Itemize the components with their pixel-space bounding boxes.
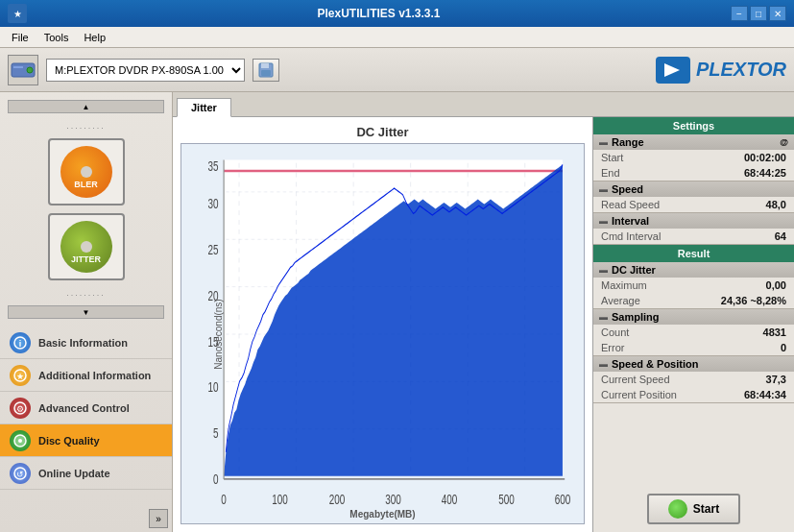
toolbar: M:PLEXTOR DVDR PX-890SA 1.00 PLEXTOR — [0, 48, 794, 92]
sidebar-bottom: » — [0, 505, 172, 532]
svg-marker-6 — [664, 63, 680, 77]
speed-header[interactable]: ▬ Speed — [593, 181, 794, 197]
interval-cmd-label: Cmd Interval — [601, 230, 661, 242]
svg-text:25: 25 — [208, 242, 219, 257]
online-update-icon: ↺ — [10, 463, 31, 484]
section-speed-position: ▬ Speed & Position Current Speed 37,3 Cu… — [593, 356, 794, 403]
sampling-count-value: 4831 — [763, 326, 786, 338]
close-button[interactable]: ✕ — [769, 6, 786, 21]
svg-text:10: 10 — [208, 379, 219, 395]
bler-label: BLER — [74, 180, 98, 189]
sidebar: ▲ ......... BLER JITTER ......... ▼ — [0, 92, 173, 532]
nav-items: i Basic Information ★ Additional Informa… — [0, 326, 172, 505]
maximize-button[interactable]: □ — [750, 6, 767, 21]
menubar: File Tools Help — [0, 27, 794, 48]
save-button[interactable] — [253, 59, 279, 82]
interval-collapse-icon: ▬ — [599, 216, 608, 226]
sidebar-item-online-update[interactable]: ↺ Online Update — [0, 457, 172, 490]
scroll-down-button[interactable]: ▼ — [8, 305, 164, 319]
jitter-disc: JITTER — [60, 221, 112, 273]
range-label: Range — [612, 136, 644, 148]
window-controls: − □ ✕ — [731, 6, 786, 21]
range-header[interactable]: ▬ Range @ — [593, 134, 794, 150]
drive-select[interactable]: M:PLEXTOR DVDR PX-890SA 1.00 — [46, 59, 245, 82]
svg-text:⚙: ⚙ — [16, 403, 24, 413]
current-position-row: Current Position 68:44:34 — [593, 387, 794, 402]
start-button[interactable]: Start — [647, 494, 740, 524]
online-update-label: Online Update — [38, 468, 110, 479]
drive-icon — [8, 55, 38, 85]
minimize-button[interactable]: − — [731, 6, 748, 21]
sidebar-expand-button[interactable]: » — [149, 509, 168, 528]
current-speed-row: Current Speed 37,3 — [593, 372, 794, 387]
titlebar: ★ PlexUTILITIES v1.3.3.1 − □ ✕ — [0, 0, 794, 27]
svg-text:0: 0 — [213, 472, 219, 487]
svg-text:30: 30 — [208, 197, 219, 212]
range-end-label: End — [601, 167, 620, 179]
sampling-error-label: Error — [601, 342, 624, 353]
sidebar-item-basic-info[interactable]: i Basic Information — [0, 326, 172, 359]
start-label: Start — [693, 502, 719, 516]
sidebar-item-advanced-control[interactable]: ⚙ Advanced Control — [0, 392, 172, 424]
speed-read-row: Read Speed 48,0 — [593, 197, 794, 212]
bler-icon[interactable]: BLER — [48, 138, 125, 206]
svg-rect-4 — [261, 63, 269, 68]
app-icon: ★ — [8, 4, 27, 23]
sidebar-item-additional-info[interactable]: ★ Additional Information — [0, 359, 172, 392]
bler-disc-hole — [81, 166, 92, 178]
additional-info-icon: ★ — [10, 365, 31, 386]
sampling-count-label: Count — [601, 326, 629, 338]
current-speed-value: 37,3 — [766, 374, 786, 385]
dc-jitter-avg-label: Average — [601, 295, 640, 306]
current-position-label: Current Position — [601, 389, 677, 400]
basic-info-label: Basic Information — [38, 337, 128, 349]
plextor-logo: PLEXTOR — [656, 57, 786, 84]
range-start-row: Start 00:02:00 — [593, 150, 794, 165]
menu-file[interactable]: File — [4, 30, 36, 45]
svg-rect-5 — [261, 70, 271, 76]
range-start-label: Start — [601, 152, 623, 163]
svg-rect-1 — [13, 66, 23, 68]
menu-help[interactable]: Help — [76, 30, 113, 45]
dots-top: ......... — [8, 121, 164, 131]
section-speed: ▬ Speed Read Speed 48,0 — [593, 181, 794, 213]
sampling-error-value: 0 — [781, 342, 786, 353]
interval-label: Interval — [612, 215, 649, 227]
interval-header[interactable]: ▬ Interval — [593, 213, 794, 229]
dc-jitter-max-value: 0,00 — [766, 279, 786, 291]
svg-point-14 — [18, 439, 22, 443]
result-header: Result — [593, 245, 794, 262]
chart-container: 0 5 10 15 20 25 30 35 0 100 200 300 400 — [180, 143, 585, 524]
sampling-collapse-icon: ▬ — [599, 312, 608, 322]
sampling-header[interactable]: ▬ Sampling — [593, 309, 794, 325]
svg-text:600: 600 — [555, 492, 571, 507]
range-end-row: End 68:44:25 — [593, 165, 794, 181]
speed-label: Speed — [612, 183, 643, 195]
tab-jitter[interactable]: Jitter — [177, 98, 231, 117]
current-position-value: 68:44:34 — [744, 389, 786, 400]
dc-jitter-avg-row: Average 24,36 ~8,28% — [593, 293, 794, 308]
sidebar-item-disc-quality[interactable]: Disc Quality — [0, 424, 172, 457]
dc-jitter-header[interactable]: ▬ DC Jitter — [593, 262, 794, 278]
scroll-up-button[interactable]: ▲ — [8, 100, 164, 113]
bler-disc: BLER — [60, 146, 112, 198]
speed-read-label: Read Speed — [601, 199, 660, 210]
dots-bottom: ......... — [8, 288, 164, 298]
sampling-error-row: Error 0 — [593, 340, 794, 355]
interval-cmd-value: 64 — [775, 230, 786, 242]
plextor-logo-text: PLEXTOR — [696, 59, 786, 81]
settings-panel: Settings ▬ Range @ Start 00:02:00 End 68… — [592, 117, 794, 532]
svg-text:300: 300 — [385, 492, 401, 507]
range-end-value: 68:44:25 — [744, 167, 786, 179]
interval-cmd-row: Cmd Interval 64 — [593, 229, 794, 244]
svg-text:200: 200 — [329, 492, 346, 507]
jitter-icon[interactable]: JITTER — [48, 213, 125, 280]
disc-quality-label: Disc Quality — [38, 435, 100, 447]
chart-area: DC Jitter 0 — [173, 117, 592, 532]
section-sampling: ▬ Sampling Count 4831 Error 0 — [593, 309, 794, 356]
svg-text:↺: ↺ — [16, 469, 24, 478]
tab-bar: Jitter — [173, 92, 794, 117]
speed-position-header[interactable]: ▬ Speed & Position — [593, 356, 794, 372]
menu-tools[interactable]: Tools — [36, 30, 77, 45]
y-axis-label: Nanosecond(ns) — [213, 299, 224, 369]
